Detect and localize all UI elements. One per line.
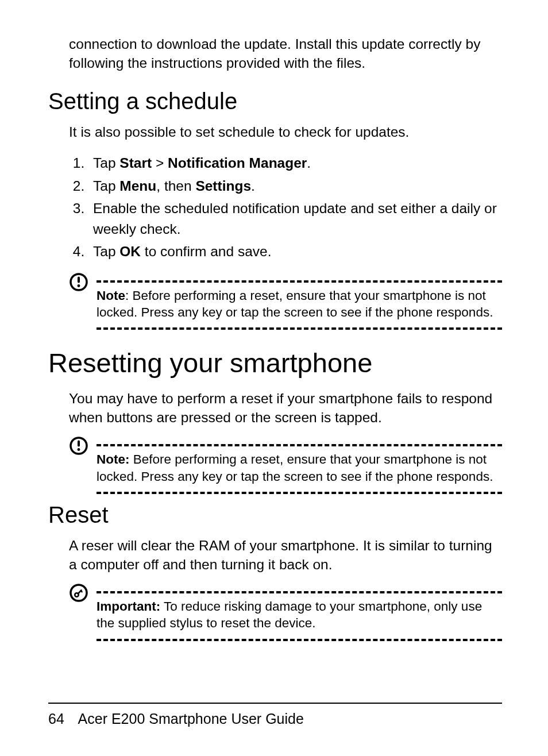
note-label: Note: <box>97 452 130 466</box>
page-number: 64 <box>48 711 75 727</box>
dashed-rule <box>97 327 502 330</box>
step-bold: Menu <box>119 178 156 194</box>
note-callout-1: Note: Before performing a reset, ensure … <box>69 275 502 334</box>
svg-point-5 <box>78 448 80 451</box>
step-1: Tap Start > Notification Manager. <box>88 153 502 173</box>
important-text: Important: To reduce risking damage to y… <box>97 597 502 633</box>
step-text: Tap <box>93 244 119 259</box>
note-label: Note <box>97 288 125 303</box>
heading-setting-schedule: Setting a schedule <box>48 88 502 114</box>
step-3: Enable the scheduled notification update… <box>88 198 502 239</box>
reset-lead: A reser will clear the RAM of your smart… <box>69 536 502 574</box>
svg-point-2 <box>78 284 80 287</box>
step-text: Tap <box>93 178 119 194</box>
step-2: Tap Menu, then Settings. <box>88 176 502 196</box>
step-text: Enable the scheduled notification update… <box>93 200 497 237</box>
svg-rect-1 <box>78 276 80 283</box>
step-text: . <box>251 178 255 194</box>
step-bold: Notification Manager <box>168 155 307 171</box>
step-bold: Settings <box>195 178 251 194</box>
key-icon <box>69 583 88 603</box>
note-text: Note: Before performing a reset, ensure … <box>97 286 502 322</box>
step-text: Tap <box>93 155 119 171</box>
dashed-rule <box>97 444 502 446</box>
heading-resetting: Resetting your smartphone <box>48 347 502 379</box>
important-label: Important: <box>97 599 160 614</box>
dashed-rule <box>97 492 502 494</box>
svg-rect-4 <box>78 441 80 447</box>
step-bold: Start <box>119 155 152 171</box>
footer-rule <box>48 703 502 704</box>
alert-icon <box>69 272 88 292</box>
note-body: Before performing a reset, ensure that y… <box>97 452 493 483</box>
manual-page: connection to download the update. Insta… <box>0 0 548 756</box>
important-callout: Important: To reduce risking damage to y… <box>69 585 502 645</box>
note-body: : Before performing a reset, ensure that… <box>97 288 493 319</box>
dashed-rule <box>97 280 502 283</box>
dashed-rule <box>97 591 502 593</box>
footer-title: Acer E200 Smartphone User Guide <box>78 711 304 727</box>
intro-paragraph: connection to download the update. Insta… <box>69 34 502 72</box>
step-4: Tap OK to confirm and save. <box>88 241 502 262</box>
step-text: . <box>307 155 311 171</box>
resetting-lead: You may have to perform a reset if your … <box>69 389 502 427</box>
heading-reset: Reset <box>48 502 502 528</box>
step-text: > <box>152 155 168 171</box>
step-text: , then <box>156 178 195 194</box>
step-bold: OK <box>119 244 141 259</box>
note-text: Note: Before performing a reset, ensure … <box>97 450 502 486</box>
dashed-rule <box>97 639 502 641</box>
alert-icon <box>69 436 88 456</box>
page-footer: 64 Acer E200 Smartphone User Guide <box>48 711 502 727</box>
schedule-lead: It is also possible to set schedule to c… <box>69 122 502 141</box>
schedule-steps: Tap Start > Notification Manager. Tap Me… <box>69 153 502 264</box>
note-callout-2: Note: Before performing a reset, ensure … <box>69 438 502 497</box>
step-text: to confirm and save. <box>141 244 271 259</box>
